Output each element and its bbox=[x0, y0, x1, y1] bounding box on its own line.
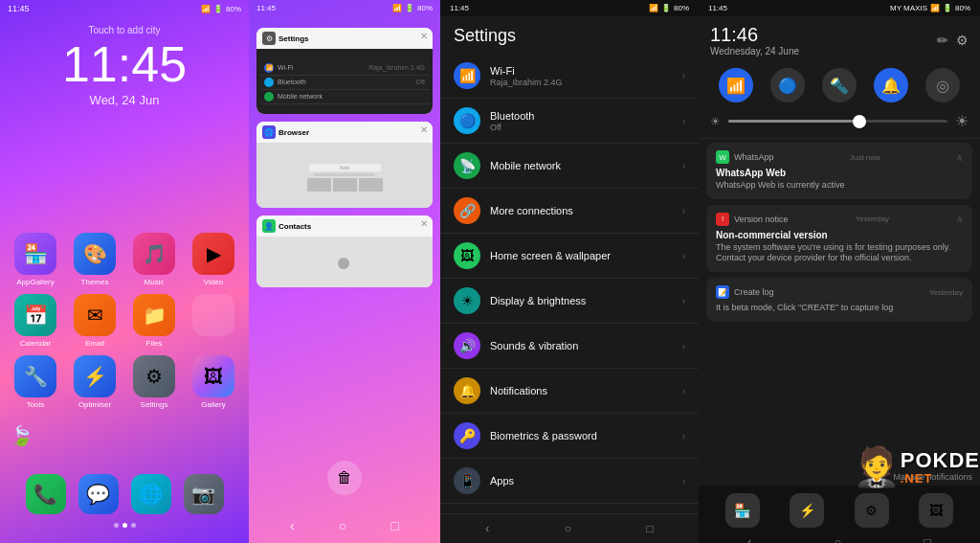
notif-nav-back[interactable]: ‹ bbox=[747, 535, 751, 543]
settings-bluetooth-icon: 🔵 bbox=[454, 107, 480, 134]
notif-bottom-gallery[interactable]: 🖼 bbox=[919, 493, 953, 528]
dot-2 bbox=[122, 523, 127, 528]
app-music[interactable]: 🎵 Music bbox=[128, 233, 180, 286]
brightness-low-icon: ☀ bbox=[710, 115, 721, 128]
app-appgallery[interactable]: 🏪 AppGallery bbox=[10, 233, 61, 286]
app-optimiser[interactable]: ⚡ Optimiser bbox=[69, 355, 121, 409]
recents-card-contacts[interactable]: 👤 Contacts ✕ bbox=[256, 215, 433, 287]
toggle-wifi[interactable]: 📶 bbox=[719, 68, 753, 102]
notif-clock: 11:46 bbox=[710, 24, 799, 46]
settings-nav-home[interactable]: ○ bbox=[565, 522, 571, 535]
settings-notifications-label: Notifications bbox=[490, 385, 682, 396]
settings-status-bar: 11:45 📶🔋80% bbox=[440, 0, 699, 16]
settings-nav-back[interactable]: ‹ bbox=[485, 522, 489, 535]
notif-bottom: 🏪 ⚡ ⚙ 🖼 ‹ ○ □ bbox=[699, 486, 980, 543]
notif-status-bar: 11:45 MY MAXIS📶🔋80% bbox=[699, 0, 980, 16]
settings-display-chevron: › bbox=[682, 296, 685, 306]
settings-item-home-screen[interactable]: 🖼 Home screen & wallpaper › bbox=[440, 234, 699, 279]
trash-icon: 🗑 bbox=[327, 461, 362, 495]
settings-more-connections-text: More connections bbox=[490, 205, 682, 216]
app-video-label: Video bbox=[204, 278, 223, 286]
settings-notifications-text: Notifications bbox=[490, 385, 682, 396]
notif-log-app: 📝 Create log bbox=[716, 285, 774, 299]
recents-nav: ‹ ○ □ bbox=[249, 518, 440, 533]
recents-nav-recents[interactable]: □ bbox=[390, 518, 398, 533]
notif-bottom-appgallery[interactable]: 🏪 bbox=[725, 493, 760, 528]
app-files[interactable]: 📁 Files bbox=[128, 294, 180, 348]
lockscreen-city-touch[interactable]: Touch to add city bbox=[0, 25, 249, 35]
recents-card-settings-close[interactable]: ✕ bbox=[420, 31, 428, 41]
brightness-track[interactable] bbox=[728, 120, 947, 123]
recents-nav-back[interactable]: ‹ bbox=[290, 518, 295, 533]
app-calendar[interactable]: 📅 Calendar bbox=[10, 294, 61, 348]
recents-contacts-icon: 👤 bbox=[262, 219, 276, 233]
notif-whatsapp-body: WhatsApp Web is currently active bbox=[716, 180, 963, 192]
app-email[interactable]: ✉ Email bbox=[69, 294, 121, 348]
settings-item-wifi[interactable]: 📶 Wi-Fi Raja_Ibrahim 2.4G › bbox=[440, 54, 699, 99]
settings-home-screen-chevron: › bbox=[682, 251, 685, 261]
app-files-label: Files bbox=[146, 339, 163, 348]
recents-card-browser-header: 🌐 Browser ✕ bbox=[256, 122, 433, 143]
recents-card-contacts-close[interactable]: ✕ bbox=[420, 218, 428, 229]
notif-card-whatsapp[interactable]: W WhatsApp Just now ∧ WhatsApp Web Whats… bbox=[706, 143, 972, 199]
app-files-icon: 📁 bbox=[133, 294, 175, 336]
recents-card-browser[interactable]: 🌐 Browser ✕ Ads bbox=[256, 122, 433, 208]
dock-messages[interactable]: 💬 bbox=[78, 474, 119, 514]
notif-nav-recents[interactable]: □ bbox=[924, 535, 931, 543]
settings-display-text: Display & brightness bbox=[490, 295, 682, 306]
notif-bottom-apps: 🏪 ⚡ ⚙ 🖼 bbox=[702, 489, 976, 532]
settings-item-notifications[interactable]: 🔔 Notifications › bbox=[440, 369, 699, 414]
notif-bottom-optimiser[interactable]: ⚡ bbox=[790, 493, 824, 528]
dock-phone[interactable]: 📞 bbox=[26, 474, 66, 514]
notif-card-log-header: 📝 Create log Yesterday bbox=[716, 285, 963, 299]
notif-whatsapp-title: WhatsApp Web bbox=[716, 168, 963, 178]
settings-more-connections-label: More connections bbox=[490, 205, 682, 216]
toggle-flashlight[interactable]: 🔦 bbox=[822, 68, 857, 102]
settings-item-mobile-network[interactable]: 📡 Mobile network › bbox=[440, 144, 699, 189]
edit-icon[interactable]: ✏ bbox=[937, 33, 948, 48]
settings-item-more-connections[interactable]: 🔗 More connections › bbox=[440, 189, 699, 234]
notif-card-log[interactable]: 📝 Create log Yesterday It is beta mode, … bbox=[706, 278, 972, 322]
lockscreen-clock: 11:45 bbox=[0, 39, 249, 89]
app-settings[interactable]: ⚙ Settings bbox=[128, 355, 180, 409]
brightness-bar[interactable]: ☀ ☀ bbox=[699, 108, 980, 134]
settings-wifi-icon: 📶 bbox=[454, 62, 480, 89]
dock-browser[interactable]: 🌐 bbox=[131, 474, 171, 514]
settings-biometrics-text: Biometrics & password bbox=[490, 430, 682, 441]
recents-nav-home[interactable]: ○ bbox=[339, 518, 346, 533]
app-video[interactable]: ▶ Video bbox=[188, 233, 239, 286]
notif-bottom-settings[interactable]: ⚙ bbox=[855, 493, 889, 528]
recents-trash[interactable]: 🗑 bbox=[327, 461, 362, 495]
settings-mobile-network-chevron: › bbox=[682, 161, 685, 171]
app-gallery[interactable]: 🖼 Gallery bbox=[188, 355, 239, 409]
lockscreen-dots bbox=[0, 523, 249, 528]
gear-icon[interactable]: ⚙ bbox=[956, 33, 969, 48]
app-tools[interactable]: 🔧 Tools bbox=[10, 355, 61, 409]
notif-status-icons: MY MAXIS📶🔋80% bbox=[890, 4, 970, 12]
notif-card-version[interactable]: ! Version notice Yesterday ∧ Non-commerc… bbox=[706, 205, 972, 272]
notif-version-time: Yesterday bbox=[856, 215, 889, 223]
app-optimiser-label: Optimiser bbox=[78, 400, 111, 409]
notif-whatsapp-icon: W bbox=[716, 150, 729, 164]
settings-item-display[interactable]: ☀ Display & brightness › bbox=[440, 279, 699, 324]
recents-card-settings[interactable]: ⚙ Settings ✕ 📶Wi-FiRaja_Ibrahim 2.4G Blu… bbox=[256, 28, 433, 114]
settings-item-sounds[interactable]: 🔊 Sounds & vibration › bbox=[440, 324, 699, 369]
settings-item-biometrics[interactable]: 🔑 Biometrics & password › bbox=[440, 414, 699, 459]
settings-item-apps[interactable]: 📱 Apps › bbox=[440, 459, 699, 504]
toggle-bluetooth[interactable]: 🔵 bbox=[770, 68, 805, 102]
app-themes[interactable]: 🎨 Themes bbox=[69, 233, 121, 286]
settings-more-connections-chevron: › bbox=[682, 206, 685, 216]
settings-nav-recents[interactable]: □ bbox=[647, 522, 654, 535]
app-settings-label: Settings bbox=[141, 400, 168, 409]
toggle-nfc[interactable]: ◎ bbox=[925, 68, 960, 102]
notif-nav-home[interactable]: ○ bbox=[835, 535, 841, 543]
recents-card-browser-close[interactable]: ✕ bbox=[420, 124, 428, 135]
settings-mobile-network-label: Mobile network bbox=[490, 160, 682, 171]
notif-manage[interactable]: Manage notifications bbox=[699, 468, 980, 486]
brightness-fill bbox=[728, 120, 859, 123]
dock-camera[interactable]: 📷 bbox=[184, 474, 224, 514]
brightness-thumb[interactable] bbox=[853, 115, 866, 128]
notif-log-body: It is beta mode, Click "CREATE" to captu… bbox=[716, 303, 963, 314]
toggle-notifications[interactable]: 🔔 bbox=[874, 68, 908, 102]
settings-item-bluetooth[interactable]: 🔵 Bluetooth Off › bbox=[440, 99, 699, 144]
